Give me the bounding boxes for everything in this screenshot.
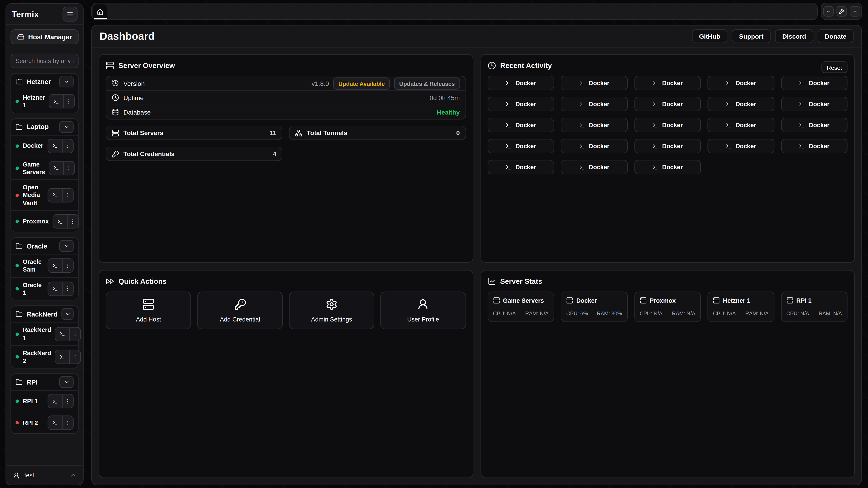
open-terminal-button[interactable] (48, 139, 63, 153)
host-row[interactable]: Proxmox (11, 210, 78, 232)
folder-name: Laptop (27, 123, 55, 131)
quick-action-admin-settings[interactable]: Admin Settings (289, 291, 374, 329)
host-menu-button[interactable] (70, 327, 81, 341)
host-row[interactable]: Oracle Sam (11, 254, 78, 277)
status-dot (16, 287, 19, 291)
host-row[interactable]: Open Media Vault (11, 180, 78, 210)
host-menu-button[interactable] (63, 259, 73, 272)
host-row[interactable]: RackNerd 1 (11, 322, 78, 345)
host-row[interactable]: Docker (11, 135, 78, 157)
user-menu[interactable]: test (6, 465, 83, 485)
header-link-donate[interactable]: Donate (817, 29, 854, 43)
tab-home[interactable] (93, 4, 107, 20)
host-menu-button[interactable] (68, 215, 78, 228)
host-menu-button[interactable] (64, 162, 74, 175)
quick-action-user-profile[interactable]: User Profile (380, 291, 466, 329)
open-terminal-button[interactable] (50, 95, 64, 108)
folder-header[interactable]: RackNerd (11, 306, 78, 322)
chevron-down-icon (63, 379, 69, 385)
update-available-button[interactable]: Update Available (333, 77, 390, 90)
host-row[interactable]: RackNerd 2 (11, 345, 78, 368)
host-row[interactable]: RPI 2 (11, 412, 78, 433)
quick-action-add-credential[interactable]: Add Credential (197, 291, 283, 329)
activity-host-button[interactable]: Docker (487, 139, 554, 153)
activity-host-button[interactable]: Docker (781, 97, 847, 111)
host-menu-button[interactable] (63, 395, 73, 408)
activity-host-button[interactable]: Docker (781, 139, 847, 153)
open-terminal-button[interactable] (48, 188, 63, 202)
terminal-icon (505, 101, 512, 107)
sidebar-menu-button[interactable] (63, 6, 78, 22)
open-terminal-button[interactable] (50, 162, 64, 175)
header-link-github[interactable]: GitHub (692, 29, 727, 43)
cpu-value: CPU: N/A (786, 310, 809, 316)
folder-collapse-button[interactable] (59, 76, 74, 88)
host-manager-button[interactable]: Host Manager (11, 29, 79, 44)
activity-host-button[interactable]: Docker (634, 118, 701, 132)
updates-releases-button[interactable]: Updates & Releases (394, 77, 460, 90)
sidebar: Termix Host Manager HetznerHetzner 1Lapt… (5, 3, 84, 485)
folder-collapse-button[interactable] (59, 377, 74, 388)
activity-host-button[interactable]: Docker (708, 97, 774, 111)
host-row[interactable]: RPI 1 (11, 390, 78, 412)
activity-host-button[interactable]: Docker (708, 118, 774, 132)
host-manager-section: Host Manager (6, 25, 83, 49)
stat-value: 4 (273, 151, 276, 157)
host-menu-button[interactable] (70, 350, 81, 364)
activity-host-button[interactable]: Docker (487, 76, 554, 90)
host-row[interactable]: Hetzner 1 (11, 90, 78, 113)
open-terminal-button[interactable] (48, 395, 63, 408)
folder-header[interactable]: Oracle (11, 238, 78, 254)
activity-host-button[interactable]: Docker (781, 76, 847, 90)
activity-host-button[interactable]: Docker (561, 160, 627, 174)
open-terminal-button[interactable] (56, 350, 70, 364)
host-menu-button[interactable] (63, 139, 73, 153)
host-menu-button[interactable] (63, 188, 73, 202)
activity-host-button[interactable]: Docker (634, 76, 701, 90)
activity-host-button[interactable]: Docker (487, 118, 554, 132)
search-input[interactable] (11, 54, 79, 68)
open-terminal-button[interactable] (48, 416, 63, 430)
activity-host-button[interactable]: Docker (561, 76, 627, 90)
dashboard-body: Server Overview Version v1.8.0 Update Av… (92, 48, 862, 485)
activity-host-button[interactable]: Docker (634, 139, 701, 153)
open-terminal-button[interactable] (53, 215, 68, 228)
host-row[interactable]: Oracle 1 (11, 277, 78, 300)
kebab-menu-icon (70, 218, 76, 224)
activity-host-button[interactable]: Docker (561, 118, 627, 132)
header-link-discord[interactable]: Discord (775, 29, 813, 43)
activity-host-button[interactable]: Docker (708, 139, 774, 153)
host-menu-button[interactable] (64, 95, 74, 108)
open-terminal-button[interactable] (48, 282, 63, 295)
collapse-down-button[interactable] (823, 6, 833, 17)
host-list: HetznerHetzner 1LaptopDockerGame Servers… (6, 49, 83, 465)
quick-action-label: Admin Settings (311, 316, 352, 322)
activity-host-button[interactable]: Docker (487, 160, 554, 174)
host-actions (55, 327, 81, 341)
activity-host-button[interactable]: Docker (634, 97, 701, 111)
folder-header[interactable]: RPI (11, 375, 78, 390)
host-row[interactable]: Game Servers (11, 156, 78, 180)
quick-action-add-host[interactable]: Add Host (106, 291, 191, 329)
folder-header[interactable]: Laptop (11, 119, 78, 135)
activity-host-button[interactable]: Docker (708, 76, 774, 90)
folder-header[interactable]: Hetzner (11, 74, 78, 90)
header-link-support[interactable]: Support (732, 29, 771, 43)
host-menu-button[interactable] (63, 416, 73, 430)
folder-collapse-button[interactable] (61, 308, 74, 320)
reset-button[interactable]: Reset (821, 61, 847, 73)
activity-host-button[interactable]: Docker (487, 97, 554, 111)
tools-button[interactable] (836, 6, 847, 17)
open-terminal-button[interactable] (48, 259, 63, 272)
cpu-value: CPU: 6% (566, 310, 588, 316)
collapse-up-button[interactable] (849, 6, 860, 17)
activity-host-button[interactable]: Docker (781, 118, 847, 132)
folder-collapse-button[interactable] (59, 240, 74, 252)
open-terminal-button[interactable] (56, 327, 70, 341)
activity-host-button[interactable]: Docker (634, 160, 701, 174)
folder-collapse-button[interactable] (59, 121, 74, 132)
activity-host-button[interactable]: Docker (561, 97, 627, 111)
host-actions (48, 188, 74, 202)
host-menu-button[interactable] (63, 282, 73, 295)
activity-host-button[interactable]: Docker (561, 139, 627, 153)
